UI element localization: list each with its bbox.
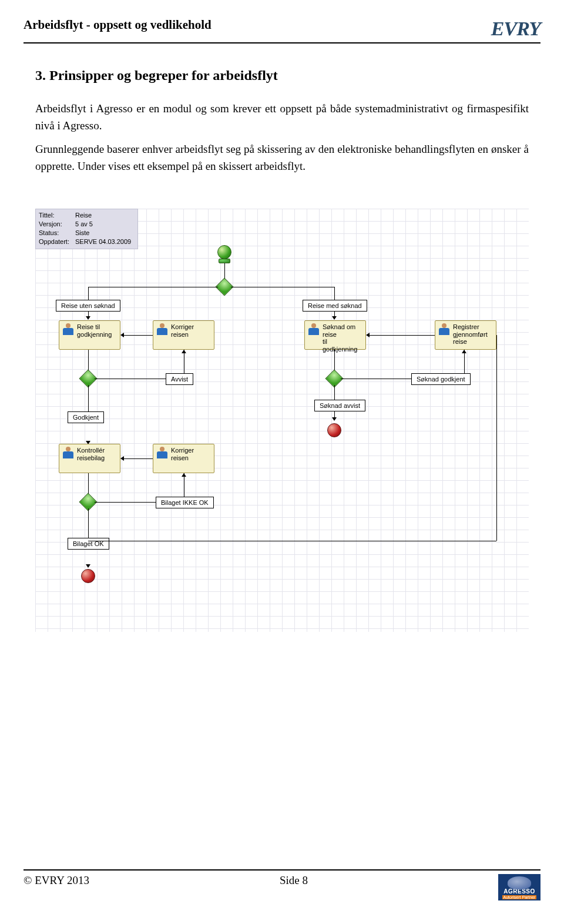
badge-sub: Autorisert Partner — [502, 895, 537, 899]
label-soknad-godkjent: Søknad godkjent — [411, 373, 471, 385]
person-icon — [156, 447, 169, 460]
arrow-icon — [86, 564, 90, 568]
start-bar-icon — [219, 259, 230, 263]
connector — [369, 335, 435, 336]
paragraph-2: Grunnleggende baserer enhver arbeidsflyt… — [35, 140, 529, 175]
arrow-icon — [120, 333, 124, 337]
agresso-badge: AGRESSO Autorisert Partner — [498, 874, 540, 900]
task-label: Reise til godkjenning — [77, 323, 118, 338]
content: 3. Prinsipper og begreper for arbeidsfly… — [35, 68, 529, 181]
page-header: Arbeidsflyt - oppsett og vedlikehold EVR… — [24, 18, 540, 40]
arrow-icon — [332, 316, 337, 320]
diagram-meta-box: Tittel:Reise Versjon:5 av 5 Status:Siste… — [35, 209, 138, 249]
meta-val: 5 av 5 — [75, 220, 93, 229]
end-node-icon — [81, 569, 95, 583]
arrow-icon — [182, 350, 186, 353]
meta-key: Versjon: — [39, 220, 73, 229]
person-icon — [62, 323, 75, 336]
label-godkjent: Godkjent — [68, 411, 104, 423]
workflow-diagram: Tittel:Reise Versjon:5 av 5 Status:Siste… — [35, 209, 529, 632]
connector — [496, 335, 497, 541]
arrow-icon — [120, 456, 124, 461]
meta-key: Tittel: — [39, 211, 73, 220]
task-label: Korriger reisen — [171, 447, 212, 461]
task-label: Registrer gjennomført reise — [453, 323, 494, 346]
person-icon — [62, 447, 75, 460]
label-soknad-avvist: Søknad avvist — [314, 400, 365, 411]
task-korriger-reisen-1: Korriger reisen — [153, 320, 214, 350]
connector — [123, 335, 153, 336]
task-label: Kontrollér reisebilag — [77, 447, 105, 461]
grid-background — [35, 209, 529, 632]
page-footer: © EVRY 2013 Side 8 AGRESSO Autorisert Pa… — [24, 869, 540, 900]
header-title: Arbeidsflyt - oppsett og vedlikehold — [24, 18, 212, 32]
evry-logo: EVRY — [491, 18, 540, 40]
meta-val: SERVE 04.03.2009 — [75, 237, 131, 246]
task-soknad-om-reise: Søknad om reise til godkjenning — [304, 320, 366, 350]
task-reise-til-godkjenning: Reise til godkjenning — [59, 320, 120, 350]
person-icon — [307, 323, 320, 336]
label-avvist: Avvist — [166, 373, 193, 385]
connector — [88, 541, 496, 541]
footer-copyright: © EVRY 2013 — [24, 874, 89, 887]
label-bilaget-ikke-ok: Bilaget IKKE OK — [156, 497, 214, 508]
connector — [231, 287, 334, 287]
arrow-icon — [332, 417, 337, 421]
task-label: Søknad om reise til godkjenning — [323, 323, 363, 353]
person-icon — [438, 323, 451, 336]
meta-val: Reise — [75, 211, 92, 220]
meta-val: Siste — [75, 229, 89, 237]
connector — [123, 458, 153, 459]
task-label: Korriger reisen — [171, 323, 212, 338]
bear-icon — [508, 876, 531, 889]
person-icon — [156, 323, 169, 336]
task-korriger-reisen-2: Korriger reisen — [153, 444, 214, 473]
task-kontroller-reisebilag: Kontrollér reisebilag — [59, 444, 120, 473]
paragraph-1: Arbeidsflyt i Agresso er en modul og som… — [35, 100, 529, 135]
arrow-icon — [86, 316, 90, 320]
arrow-icon — [462, 350, 466, 353]
label-bilaget-ok: Bilaget OK — [68, 538, 109, 550]
arrow-icon — [366, 333, 370, 337]
label-reise-med-soknad: Reise med søknad — [303, 300, 367, 312]
connector — [88, 287, 218, 287]
task-registrer-reise: Registrer gjennomført reise — [435, 320, 496, 350]
arrow-icon — [182, 473, 186, 477]
section-heading: 3. Prinsipper og begreper for arbeidsfly… — [35, 68, 529, 83]
end-node-icon — [327, 423, 341, 437]
label-reise-uten-soknad: Reise uten søknad — [56, 300, 120, 312]
start-node-icon — [217, 245, 231, 259]
meta-key: Oppdatert: — [39, 237, 73, 246]
footer-rule — [24, 869, 540, 871]
header-rule — [24, 42, 540, 43]
meta-key: Status: — [39, 229, 73, 237]
footer-page: Side 8 — [280, 874, 308, 887]
